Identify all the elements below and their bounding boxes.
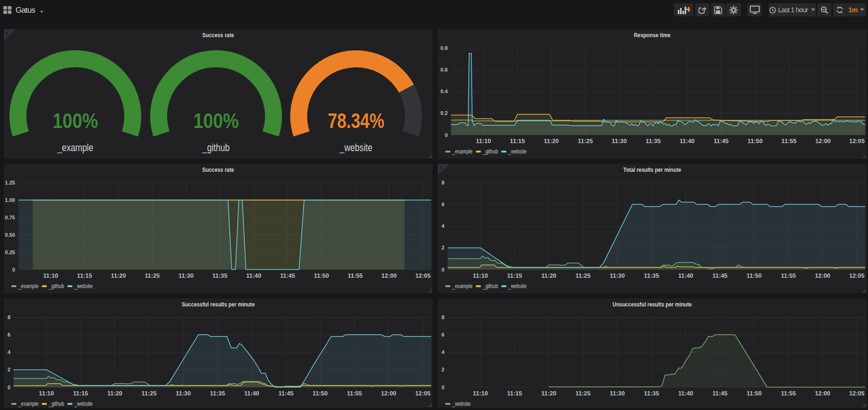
svg-text:0.2: 0.2 (441, 110, 448, 116)
svg-text:11:50: 11:50 (747, 390, 762, 397)
svg-text:11:25: 11:25 (576, 272, 591, 279)
svg-text:11:35: 11:35 (644, 390, 659, 397)
svg-text:8: 8 (442, 180, 444, 185)
svg-text:11:45: 11:45 (280, 272, 295, 279)
svg-text:11:40: 11:40 (680, 137, 695, 145)
svg-text:11:45: 11:45 (712, 272, 727, 279)
svg-text:11:55: 11:55 (781, 137, 796, 145)
svg-text:_website: _website (508, 283, 527, 289)
svg-text:11:55: 11:55 (781, 272, 796, 279)
svg-text:11:20: 11:20 (541, 272, 556, 279)
svg-text:11:50: 11:50 (313, 390, 328, 397)
svg-text:4: 4 (442, 223, 445, 229)
svg-text:Success rate: Success rate (202, 32, 234, 39)
svg-text:_website: _website (339, 142, 372, 153)
svg-text:12:00: 12:00 (815, 390, 830, 397)
svg-text:Successful results per minute: Successful results per minute (182, 301, 255, 308)
svg-text:11:30: 11:30 (611, 137, 627, 145)
svg-text:11:30: 11:30 (178, 272, 193, 279)
svg-text:11:10: 11:10 (476, 137, 491, 145)
svg-text:Success rate: Success rate (202, 166, 234, 173)
svg-text:11:50: 11:50 (747, 272, 762, 279)
svg-text:11:20: 11:20 (107, 390, 122, 397)
svg-text:Unsuccessful results per minut: Unsuccessful results per minute (612, 301, 691, 308)
svg-text:12:00: 12:00 (815, 137, 831, 145)
svg-text:0: 0 (445, 132, 448, 138)
svg-text:0: 0 (442, 267, 444, 273)
svg-text:8: 8 (442, 314, 444, 320)
svg-text:11:45: 11:45 (278, 390, 293, 397)
svg-text:2: 2 (8, 367, 10, 372)
svg-text:11:55: 11:55 (348, 272, 363, 279)
svg-text:12:00: 12:00 (381, 272, 397, 279)
svg-text:8: 8 (8, 314, 10, 320)
svg-text:11:40: 11:40 (678, 272, 693, 279)
svg-text:6: 6 (442, 201, 444, 207)
svg-text:11:15: 11:15 (73, 390, 88, 397)
svg-text:Response time: Response time (634, 32, 671, 39)
svg-text:11:15: 11:15 (507, 390, 522, 397)
svg-text:1.25: 1.25 (5, 180, 15, 185)
svg-text:_example: _example (452, 283, 473, 289)
svg-text:11:40: 11:40 (678, 390, 693, 397)
svg-text:11:15: 11:15 (507, 272, 522, 279)
svg-text:_example: _example (18, 283, 39, 289)
svg-text:2: 2 (442, 245, 444, 250)
svg-text:11:45: 11:45 (712, 390, 727, 397)
svg-text:0.6: 0.6 (441, 67, 448, 72)
svg-text:11:30: 11:30 (610, 390, 625, 397)
svg-text:11:10: 11:10 (473, 272, 488, 279)
svg-text:12:05: 12:05 (415, 390, 431, 397)
svg-text:1.00: 1.00 (5, 197, 15, 203)
svg-text:_example: _example (18, 401, 39, 407)
svg-text:11:10: 11:10 (39, 390, 54, 397)
svg-text:4: 4 (442, 349, 445, 355)
svg-text:11:10: 11:10 (473, 390, 488, 397)
svg-text:11:35: 11:35 (646, 137, 661, 145)
svg-text:12:05: 12:05 (415, 272, 431, 279)
svg-text:0: 0 (12, 267, 15, 273)
svg-text:_github: _github (482, 283, 498, 289)
svg-text:11:25: 11:25 (578, 137, 593, 145)
svg-text:11:20: 11:20 (111, 272, 126, 279)
svg-text:11:50: 11:50 (314, 272, 329, 279)
svg-text:100%: 100% (193, 109, 239, 132)
svg-text:11:50: 11:50 (747, 137, 763, 145)
svg-text:12:05: 12:05 (849, 137, 865, 145)
svg-text:12:00: 12:00 (815, 272, 830, 279)
svg-text:12:00: 12:00 (381, 390, 396, 397)
svg-text:_example: _example (57, 142, 93, 153)
svg-text:11:25: 11:25 (142, 390, 157, 397)
svg-text:0.8: 0.8 (441, 45, 448, 51)
svg-text:11:20: 11:20 (544, 137, 559, 145)
svg-text:_website: _website (452, 401, 471, 407)
svg-text:_example: _example (452, 148, 473, 155)
svg-text:_github: _github (202, 142, 230, 153)
svg-text:11:15: 11:15 (510, 137, 525, 145)
svg-text:12:05: 12:05 (849, 390, 865, 397)
svg-text:11:45: 11:45 (714, 137, 729, 145)
svg-text:_website: _website (74, 401, 93, 407)
svg-text:_github: _github (482, 148, 498, 155)
svg-text:11:35: 11:35 (210, 390, 225, 397)
svg-text:11:20: 11:20 (541, 390, 556, 397)
svg-text:11:35: 11:35 (212, 272, 227, 279)
svg-text:_website: _website (508, 148, 527, 155)
svg-text:_github: _github (48, 401, 64, 407)
svg-text:11:10: 11:10 (43, 272, 58, 279)
svg-text:0.25: 0.25 (5, 249, 15, 255)
svg-text:11:30: 11:30 (610, 272, 625, 279)
svg-text:12:05: 12:05 (849, 272, 865, 279)
svg-text:2: 2 (442, 367, 444, 372)
svg-text:Total results per minute: Total results per minute (623, 166, 681, 173)
svg-text:0.75: 0.75 (5, 215, 15, 220)
svg-text:11:25: 11:25 (145, 272, 160, 279)
svg-text:6: 6 (8, 332, 10, 338)
svg-text:0: 0 (8, 385, 10, 390)
svg-text:11:40: 11:40 (246, 272, 261, 279)
svg-text:100%: 100% (53, 109, 98, 132)
svg-text:0.50: 0.50 (5, 232, 15, 238)
svg-text:6: 6 (442, 332, 444, 338)
svg-text:11:25: 11:25 (576, 390, 591, 397)
svg-text:11:55: 11:55 (781, 390, 796, 397)
